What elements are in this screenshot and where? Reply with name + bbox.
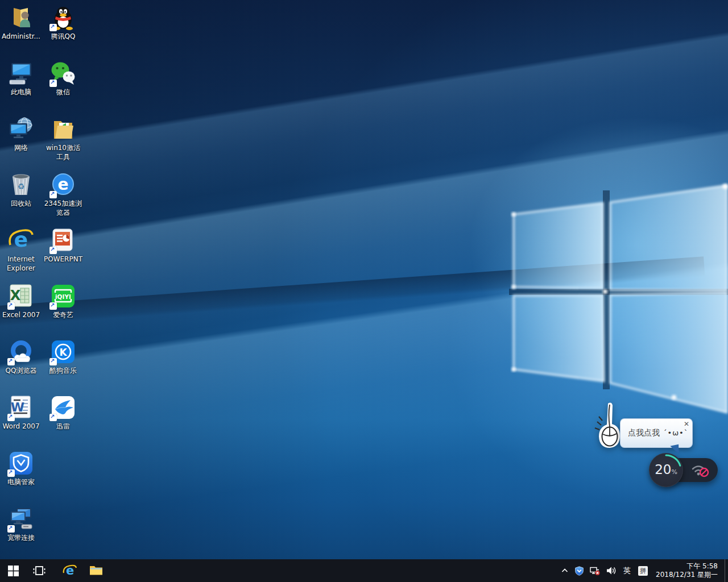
popup-bubble[interactable]: 点我点我´•ω•` ✕ [620, 418, 693, 448]
desktop-icon-wechat[interactable]: 微信 [43, 60, 84, 97]
desktop-icon-broadband[interactable]: 宽带连接 [1, 506, 42, 543]
svg-text:iQIYI: iQIYI [55, 293, 71, 300]
popup-message: 点我点我´•ω•` [628, 419, 688, 447]
shortcut-arrow-icon [49, 191, 57, 198]
clock-date: 2018/12/31 星期一 [656, 571, 718, 579]
2345-browser-e-icon: e [50, 172, 76, 198]
taskbar-ie-button[interactable]: e [57, 559, 83, 582]
shortcut-arrow-icon [7, 302, 15, 310]
desktop-wallpaper [0, 0, 728, 582]
pc-manager-shield-icon [8, 450, 34, 476]
shortcut-arrow-icon [7, 525, 15, 533]
task-view-icon [33, 565, 46, 576]
taskbar-clock[interactable]: 下午 5:58 2018/12/31 星期一 [652, 562, 725, 579]
desktop-icon-internet-explorer[interactable]: e Internet Explorer [1, 227, 42, 273]
tray-pc-manager-shield-icon[interactable] [572, 559, 587, 582]
icon-label: win10激活工具 [43, 144, 84, 161]
windows-10-desktop: { "wallpaper": {"theme": "windows-10-her… [0, 0, 728, 582]
windows-logo-icon [8, 566, 19, 576]
gauge-value: 20% [649, 462, 683, 477]
shortcut-arrow-icon [7, 469, 15, 477]
windows-logo-glow [0, 0, 728, 582]
tray-network-disconnected-icon[interactable] [587, 559, 603, 582]
wechat-icon [50, 60, 76, 86]
desktop-icon-this-pc[interactable]: 此电脑 [1, 60, 42, 97]
desktop-icon-iqiyi[interactable]: iQIYI 爱奇艺 [43, 283, 84, 320]
desktop-icon-tencent-qq[interactable]: 腾讯QQ [43, 5, 84, 41]
clock-time: 下午 5:58 [656, 562, 718, 571]
xunlei-bird-icon [50, 394, 76, 421]
kugou-icon: K [50, 339, 76, 365]
administrator-folder-icon [8, 5, 34, 31]
shortcut-arrow-icon [7, 358, 15, 365]
icon-label: 酷狗音乐 [43, 367, 84, 376]
input-language-indicator[interactable]: 英 [619, 566, 635, 576]
icon-label: Administr... [1, 32, 42, 41]
icon-label: 回收站 [1, 199, 42, 209]
desktop-icon-qq-browser[interactable]: QQ浏览器 [1, 339, 42, 376]
svg-text:X: X [10, 288, 21, 304]
shortcut-arrow-icon [49, 24, 57, 31]
this-pc-icon [8, 60, 34, 86]
desktop-icon-powerpoint[interactable]: POWERPNT [43, 227, 84, 264]
icon-label: 爱奇艺 [43, 311, 84, 320]
speed-gauge[interactable]: 20% [649, 453, 683, 487]
icon-label: QQ浏览器 [1, 367, 42, 376]
broadband-connection-icon [8, 506, 34, 532]
icon-label: POWERPNT [43, 255, 84, 264]
desktop-icon-2345-browser[interactable]: e 2345加速浏览器 [43, 172, 84, 217]
file-explorer-icon [89, 565, 103, 576]
desktop-icon-word[interactable]: W Word 2007 [1, 394, 42, 431]
shortcut-arrow-icon [49, 414, 57, 421]
desktop-icon-administrator[interactable]: Administr... [1, 5, 42, 41]
internet-explorer-icon: e [63, 563, 77, 578]
icon-label: 宽带连接 [1, 534, 42, 543]
desktop-icon-kugou[interactable]: K 酷狗音乐 [43, 339, 84, 376]
start-button[interactable] [0, 559, 26, 582]
shortcut-arrow-icon [49, 80, 57, 87]
shortcut-arrow-icon [49, 247, 57, 254]
icon-label: Word 2007 [1, 422, 42, 431]
desktop-icon-pc-manager[interactable]: 电脑管家 [1, 450, 42, 487]
icon-label: 2345加速浏览器 [43, 199, 84, 217]
recycle-bin-icon: ♻ [8, 172, 34, 198]
folder-icon [50, 116, 76, 142]
excel-icon: X [8, 283, 34, 309]
ime-mode-badge[interactable]: 拼 [638, 566, 648, 576]
desktop-icon-xunlei[interactable]: 迅雷 [43, 394, 84, 431]
desktop-icon-network[interactable]: 网络 [1, 116, 42, 153]
taskbar-explorer-button[interactable] [83, 559, 109, 582]
show-desktop-button[interactable] [725, 559, 728, 582]
icon-label: 腾讯QQ [43, 32, 84, 41]
shortcut-arrow-icon [49, 302, 57, 310]
icon-label: 网络 [1, 144, 42, 153]
taskbar: e [0, 559, 728, 582]
icon-label: Excel 2007 [1, 311, 42, 320]
shortcut-arrow-icon [49, 358, 57, 365]
svg-text:W: W [11, 400, 24, 414]
qq-browser-icon [8, 339, 34, 365]
wifi-blocked-icon[interactable] [689, 462, 713, 482]
iqiyi-icon: iQIYI [50, 283, 76, 309]
icon-label: 此电脑 [1, 88, 42, 97]
qq-penguin-icon [50, 5, 76, 31]
word-icon: W [8, 394, 34, 421]
powerpoint-icon [50, 227, 76, 253]
icon-label: 微信 [43, 88, 84, 97]
shortcut-arrow-icon [7, 414, 15, 421]
tray-volume-icon[interactable] [603, 559, 619, 582]
icon-label: 电脑管家 [1, 478, 42, 487]
icon-label: 迅雷 [43, 422, 84, 431]
svg-text:♻: ♻ [18, 182, 25, 191]
internet-explorer-icon: e [8, 227, 34, 253]
svg-text:K: K [59, 347, 67, 358]
task-view-button[interactable] [26, 559, 52, 582]
kaomoji: ´•ω•` [663, 429, 688, 437]
close-icon[interactable]: ✕ [684, 420, 689, 428]
network-globe-icon [8, 116, 34, 142]
desktop-icon-win10-activation-tool[interactable]: win10激活工具 [43, 116, 84, 161]
hidden-icons-chevron[interactable] [558, 559, 572, 582]
desktop-icon-excel[interactable]: X Excel 2007 [1, 283, 42, 320]
desktop-icon-recycle-bin[interactable]: ♻ 回收站 [1, 172, 42, 209]
svg-text:e: e [58, 175, 69, 194]
